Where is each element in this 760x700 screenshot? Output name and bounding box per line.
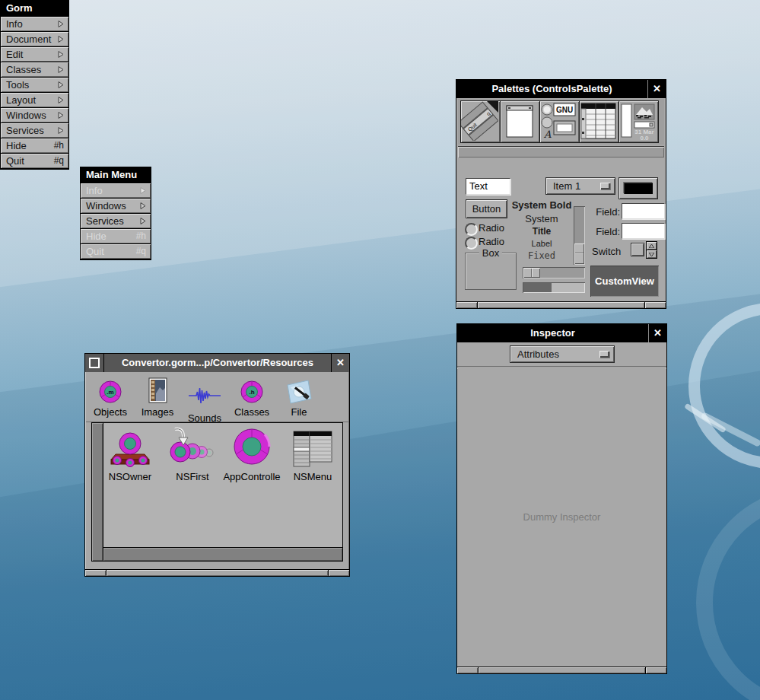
tab-objects[interactable]: .m Objects [86, 375, 135, 419]
menu-item-services[interactable]: Services [1, 123, 68, 138]
object-nsmenu[interactable]: NSMenu [282, 425, 343, 482]
palette-tab-menus[interactable]: Quit q [460, 100, 501, 143]
submenu-arrow-icon [58, 81, 64, 88]
menu-item-classes[interactable]: Classes [1, 62, 68, 77]
sample-stepper[interactable] [646, 241, 657, 259]
nsmenu-icon [282, 425, 343, 468]
resize-handle-right[interactable] [646, 667, 666, 673]
menu-key-equivalent: #h [54, 138, 64, 153]
object-nsowner[interactable]: NSOwner [100, 425, 161, 482]
objects-icon: .m [86, 375, 135, 406]
menu-item-info[interactable]: Info [1, 17, 68, 31]
inspector-mode-popup[interactable]: Attributes [510, 345, 615, 363]
sample-radio-2[interactable] [465, 237, 478, 250]
sample-popup-button[interactable]: Item 1 [545, 177, 615, 195]
document-main-menu: Main Menu Info Windows Services Hide #h … [80, 167, 151, 260]
sample-font-label[interactable]: Label [508, 239, 575, 248]
menu-item-hide[interactable]: Hide #h [1, 138, 68, 153]
menu-title[interactable]: Gorm [1, 1, 68, 16]
sample-font-fixed[interactable]: Fixed [508, 250, 575, 261]
sample-horizontal-slider[interactable] [523, 267, 585, 278]
submenu-arrow-icon [140, 187, 146, 194]
menu-item-quit[interactable]: Quit #q [1, 154, 68, 168]
resize-handle-left[interactable] [456, 302, 477, 308]
submenu-arrow-icon [58, 112, 64, 119]
menu-item-edit[interactable]: Edit [1, 47, 68, 62]
sample-box[interactable]: Box [465, 253, 517, 290]
window-title: Palettes (ControlsPalette) [456, 80, 647, 98]
menu-item-windows[interactable]: Windows [81, 199, 151, 213]
palette-tab-controls[interactable]: GNU A [539, 100, 580, 143]
menu-item-hide[interactable]: Hide #h [81, 229, 151, 243]
submenu-arrow-icon [58, 36, 64, 43]
inspector-titlebar[interactable]: Inspector ✕ [457, 324, 666, 342]
close-button[interactable]: ✕ [648, 324, 666, 342]
sample-colorwell[interactable] [618, 177, 658, 199]
palette-tab-misc[interactable]: 31 Mar 0.0 [618, 100, 659, 143]
sample-vertical-slider[interactable] [574, 206, 585, 265]
menu-key-equivalent: #h [136, 229, 146, 243]
sample-radio-1-label: Radio [479, 222, 504, 234]
menu-item-quit[interactable]: Quit #q [81, 244, 151, 259]
submenu-arrow-icon [58, 66, 64, 73]
sample-field2-input[interactable] [622, 223, 665, 239]
resize-handle-right[interactable] [329, 570, 349, 576]
resize-handle-left[interactable] [85, 570, 106, 576]
menu-title[interactable]: Main Menu [81, 167, 151, 183]
tab-sounds[interactable]: Sounds [180, 375, 229, 419]
stepper-down-icon[interactable] [647, 250, 657, 258]
sample-radio-1[interactable] [465, 223, 478, 236]
objects-badge-text: .m [107, 389, 113, 396]
nsowner-icon [100, 425, 161, 468]
object-nsfirst[interactable]: NSFirst [162, 425, 223, 482]
menu-item-tools[interactable]: Tools [1, 78, 68, 92]
sample-font-title[interactable]: Title [508, 226, 575, 237]
sample-font-system-bold[interactable]: System Bold [508, 199, 575, 211]
slider-knob[interactable] [523, 268, 540, 278]
sample-switch-checkbox[interactable] [631, 243, 644, 256]
nsfirst-icon [162, 425, 223, 468]
menu-item-windows[interactable]: Windows [1, 108, 68, 123]
sample-progress-bar[interactable] [523, 282, 585, 293]
menu-item-layout[interactable]: Layout [1, 93, 68, 107]
menu-item-services[interactable]: Services [81, 214, 151, 228]
sample-field1-input[interactable] [622, 203, 665, 219]
sample-font-system[interactable]: System [508, 213, 575, 224]
sample-textfield[interactable]: Text [466, 178, 510, 195]
menu-item-info[interactable]: Info [81, 183, 151, 198]
resize-handle-right[interactable] [645, 302, 666, 308]
document-titlebar[interactable]: Convertor.gorm...p/Convertor/Resources ✕ [85, 354, 349, 372]
resize-handle-middle[interactable] [107, 570, 328, 576]
window-title: Convertor.gorm...p/Convertor/Resources [104, 354, 331, 372]
palettes-titlebar[interactable]: Palettes (ControlsPalette) ✕ [456, 80, 666, 98]
document-resize-bar[interactable] [85, 569, 349, 576]
slider-knob[interactable] [574, 243, 584, 264]
tab-images[interactable]: Images [133, 375, 182, 419]
submenu-arrow-icon [140, 218, 146, 224]
palette-selector-row: Quit q GNU A [458, 99, 664, 145]
resize-handle-middle[interactable] [479, 667, 645, 673]
menus-palette-icon: Quit q [461, 101, 498, 141]
object-appcontroller[interactable]: AppControlle [221, 425, 282, 482]
tab-file[interactable]: File [275, 375, 323, 419]
gorm-document-window: Convertor.gorm...p/Convertor/Resources ✕… [84, 353, 350, 577]
menu-item-document[interactable]: Document [1, 32, 68, 46]
menu-key-equivalent: #q [136, 244, 146, 259]
inspector-resize-bar[interactable] [457, 667, 666, 673]
sample-customview[interactable]: CustomView [590, 266, 659, 297]
submenu-arrow-icon [58, 127, 64, 134]
inspector-body: Dummy Inspector [458, 368, 666, 667]
close-button[interactable]: ✕ [331, 354, 349, 372]
mini-letter-a: A [543, 129, 552, 140]
stepper-up-icon[interactable] [647, 242, 657, 250]
resize-handle-middle[interactable] [478, 302, 644, 308]
resize-handle-left[interactable] [457, 667, 478, 673]
palettes-resize-bar[interactable] [456, 301, 666, 308]
horizontal-scrollbar[interactable] [103, 547, 342, 561]
palette-tab-windows[interactable] [500, 100, 540, 143]
close-button[interactable]: ✕ [647, 80, 666, 98]
miniaturize-button[interactable] [85, 354, 104, 372]
sample-button[interactable]: Button [466, 199, 507, 218]
tab-classes[interactable]: .h Classes [227, 375, 276, 419]
palette-tab-data[interactable] [579, 100, 619, 143]
